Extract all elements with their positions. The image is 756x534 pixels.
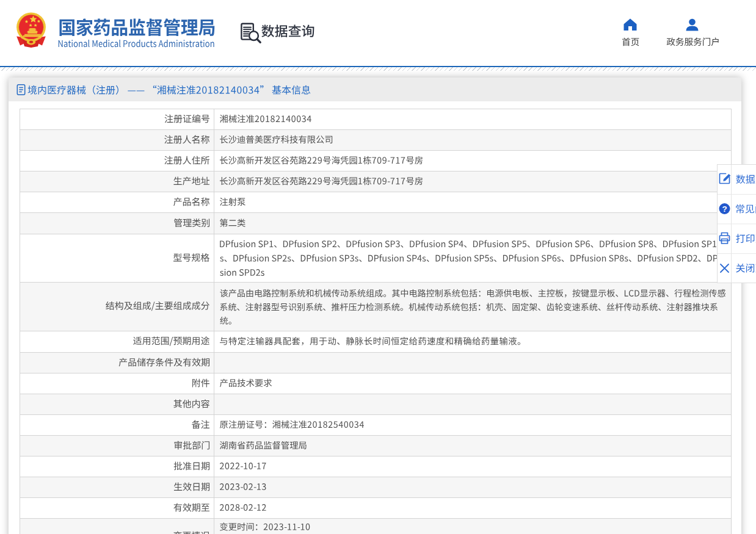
svg-text:?: ? bbox=[722, 204, 727, 214]
